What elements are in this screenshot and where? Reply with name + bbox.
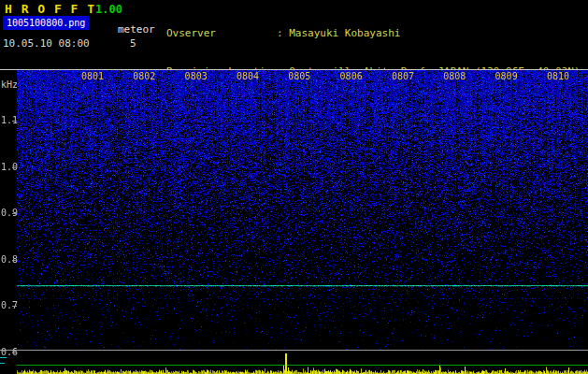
freq-tick: [12, 167, 17, 168]
station-row-value: : Masayuki Kobayashi: [277, 27, 400, 39]
hrofft-window: H R O F F T 1.00 1005100800.png meteor 1…: [0, 0, 588, 374]
time-label: 0805: [288, 71, 310, 81]
app-version: 1.00: [95, 3, 122, 16]
spectrogram-bottom-border: [0, 350, 588, 351]
time-label: 0803: [185, 71, 208, 81]
time-label: 0806: [340, 71, 363, 81]
spectrogram-canvas: [17, 70, 588, 350]
datetime-label: 10.05.10 08:00: [3, 37, 90, 50]
time-label: 0801: [81, 71, 104, 81]
time-label: 0802: [133, 71, 155, 81]
signal-strip-canvas: [0, 352, 588, 374]
freq-unit-label: kHz: [1, 79, 18, 90]
freq-tick: [12, 260, 17, 261]
time-label: 0804: [237, 71, 259, 81]
freq-tick: [12, 213, 17, 214]
station-row: Ovserver: Masayuki Kobayashi: [166, 27, 581, 40]
freq-tick: [12, 306, 17, 307]
time-label: 0808: [443, 71, 466, 81]
time-label: 0810: [547, 71, 569, 81]
freq-tick: [12, 352, 17, 353]
count-label: 5: [130, 37, 136, 50]
app-title: H R O F F T: [5, 2, 95, 16]
time-label: 0809: [495, 71, 518, 81]
station-row-label: Ovserver: [166, 27, 277, 40]
filename-label: 1005100800.png: [3, 16, 89, 30]
freq-tick: [12, 121, 17, 122]
time-label: 0807: [392, 71, 414, 81]
mode-label: meteor: [118, 23, 155, 36]
